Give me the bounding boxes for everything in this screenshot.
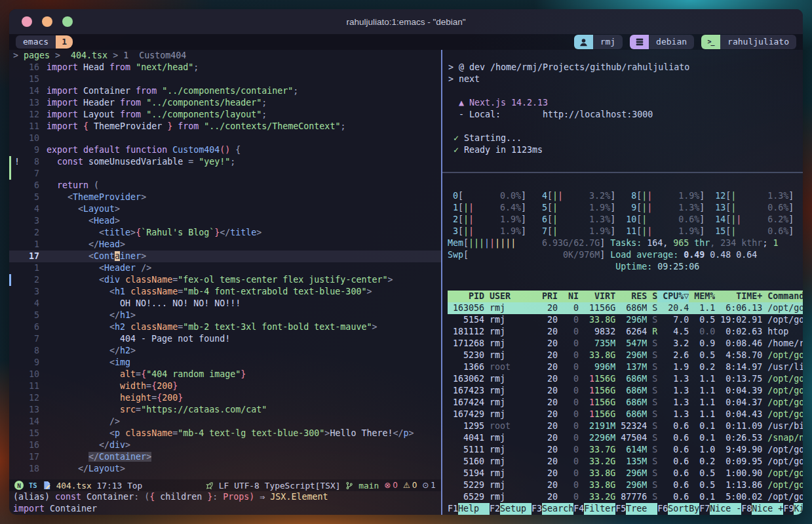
statusline: N TS 404.tsx 17:13 Top LF UTF-8 TypeS xyxy=(9,479,441,491)
process-row[interactable]: 1295root2002191M52324S0.60.10:11.09/usr/… xyxy=(448,420,803,432)
fn-action-help[interactable]: Help xyxy=(458,503,490,515)
code-line[interactable]: 10 alt={"404 random image"} xyxy=(9,369,441,380)
code-line[interactable]: 14 /> xyxy=(9,416,441,428)
column-header-cpu[interactable]: CPU%▽ xyxy=(657,291,689,302)
fn-action-nice -[interactable]: Nice - xyxy=(710,503,741,515)
code-line[interactable]: 17 </Container> xyxy=(9,451,441,463)
gutter-bar xyxy=(9,191,11,203)
code-line[interactable]: 18 </Layout> xyxy=(9,463,441,475)
code-line[interactable]: 5 <ThemeProvider> xyxy=(9,191,441,203)
line-number: 17 xyxy=(21,451,47,463)
process-row[interactable]: 163056rmj2001156G686MS20.41.16:06.13/opt… xyxy=(448,302,803,314)
status-pill-host[interactable]: debian xyxy=(630,35,694,49)
code-line[interactable]: 1 <Header /> xyxy=(9,262,441,274)
code-line[interactable]: 6 <h2 className="mb-2 text-3xl font-bold… xyxy=(9,321,441,333)
code-line[interactable]: 9export default function Custom404() { xyxy=(9,144,441,156)
code-line[interactable]: 8 </h2> xyxy=(9,345,441,357)
code-line[interactable]: 15 <p className="mb-4 text-lg text-blue-… xyxy=(9,428,441,439)
gutter-bar xyxy=(9,428,11,439)
git-change-marker xyxy=(9,168,11,180)
code-line[interactable]: 7 404 - Page not found! xyxy=(9,333,441,345)
rocket-icon xyxy=(205,481,214,490)
fn-action-filter[interactable]: Filter xyxy=(584,503,615,515)
code-line[interactable]: 4 <Layout> xyxy=(9,203,441,215)
editor[interactable]: 16import Head from "next/head";1514impor… xyxy=(9,62,441,479)
fn-action-ki[interactable]: Ki xyxy=(794,503,803,515)
fn-action-tree[interactable]: Tree xyxy=(626,503,657,515)
code-line[interactable]: 12import Layout from "../components/layo… xyxy=(9,109,441,121)
process-row[interactable]: 4041rmj2002296M47504S0.60.10:26.53/snap/… xyxy=(448,432,803,444)
terminal-line: ✓ Ready in 1123ms xyxy=(448,144,803,156)
process-row[interactable]: 5230rmj20033.8G296MS2.60.54:58.70/opt/go xyxy=(448,350,803,361)
column-header-cmd[interactable]: Command xyxy=(762,291,803,302)
code-line[interactable]: 13import Header from "../components/head… xyxy=(9,97,441,109)
code-line[interactable]: !8 const someUnusedVariable = "yey!"; xyxy=(9,156,441,168)
fn-action-search[interactable]: Search xyxy=(542,503,573,515)
process-row[interactable]: 167429rmj2001156G686MS1.31.10:04.43/opt/… xyxy=(448,409,803,420)
process-row[interactable]: 5160rmj20033.2G135MS0.60.20:09.95/opt/go xyxy=(448,456,803,468)
column-header-pri[interactable]: PRI xyxy=(537,291,558,302)
process-row[interactable]: 5229rmj20033.8G296MS0.60.51:13.86/opt/go xyxy=(448,479,803,491)
process-row[interactable]: 6529rmj20033.2G87776S0.60.15:00.02/opt/g… xyxy=(448,491,803,503)
column-header-res[interactable]: RES xyxy=(615,291,647,302)
column-header-virt[interactable]: VIRT xyxy=(579,291,615,302)
column-header-ni[interactable]: NI xyxy=(558,291,579,302)
gutter-bar xyxy=(9,404,11,416)
code-line[interactable]: 11 width={200} xyxy=(9,380,441,392)
meter: 14[||6.2%] xyxy=(715,214,794,226)
line-number: 1 xyxy=(21,239,47,251)
process-row[interactable]: 167423rmj2001156G686MS1.31.10:04.39/opt/… xyxy=(448,385,803,397)
process-table-header[interactable]: PIDUSERPRINIVIRTRESSCPU%▽MEM%TIME+Comman… xyxy=(448,291,803,302)
line-number: 10 xyxy=(21,369,47,380)
process-row[interactable]: 171268rmj200735M547MS3.20.90:08.46/home/… xyxy=(448,338,803,350)
code-line[interactable]: 4 OH NO!... NO! NO! NO!!! xyxy=(9,298,441,310)
column-header-pid[interactable]: PID xyxy=(448,291,484,302)
code-line[interactable]: 11import { ThemeProvider } from "../cont… xyxy=(9,121,441,132)
code-line[interactable]: 13 src="https://cataas.com/cat" xyxy=(9,404,441,416)
code-line[interactable]: 16import Head from "next/head"; xyxy=(9,62,441,73)
code-line[interactable]: 6 return ( xyxy=(9,180,441,191)
fn-action-setup[interactable]: Setup xyxy=(500,503,532,515)
status-pill-user[interactable]: rmj xyxy=(574,35,623,49)
code-line[interactable]: 14import Container from "../components/c… xyxy=(9,85,441,97)
column-header-time[interactable]: TIME+ xyxy=(715,291,762,302)
code-line[interactable]: 16 </div> xyxy=(9,439,441,451)
column-header-s[interactable]: S xyxy=(647,291,657,302)
code-line[interactable]: 15 xyxy=(9,73,441,85)
dev-server-terminal[interactable]: > @ dev /home/rmj/Projects/github/rahulj… xyxy=(442,50,803,172)
code-line[interactable]: 12 height={200} xyxy=(9,392,441,404)
code-line[interactable]: 17 <Container> xyxy=(9,251,441,262)
process-row[interactable]: 181112rmj20098326264R4.50.00:02.63htop xyxy=(448,326,803,338)
code-line[interactable]: 7 xyxy=(9,168,441,180)
column-header-user[interactable]: USER xyxy=(484,291,537,302)
error-count: 0 xyxy=(393,481,398,490)
gutter-bar xyxy=(9,357,11,369)
htop-pane[interactable]: 0[0.0%]4[||3.2%]8[||1.9%]12[|1.3%]1[||6.… xyxy=(442,173,803,515)
code-line[interactable]: 3 <h1 className="mb-4 font-extrabold tex… xyxy=(9,286,441,298)
gutter-bar xyxy=(9,451,11,463)
fn-action-nice +[interactable]: Nice + xyxy=(752,503,783,515)
gutter-bar xyxy=(9,97,11,109)
sign-column xyxy=(13,333,21,345)
status-pill-session[interactable]: >_ rahuljuliato xyxy=(701,35,796,49)
line-number: 17 xyxy=(21,251,47,262)
process-row[interactable]: 5111rmj20033.7G614MS0.61.09:49.90/opt/go xyxy=(448,444,803,456)
process-row[interactable]: 5194rmj20033.8G296MS0.60.51:00.90/opt/go xyxy=(448,468,803,479)
process-row[interactable]: 163062rmj2001156G686MS1.31.10:13.75/opt/… xyxy=(448,373,803,385)
code-line[interactable]: 9 <img xyxy=(9,357,441,369)
process-row[interactable]: 5154rmj20033.8G296MS7.00.519:02.91/opt/g… xyxy=(448,314,803,326)
code-line[interactable]: 1 </Head> xyxy=(9,239,441,251)
fn-action-sortby[interactable]: SortBy xyxy=(668,503,699,515)
process-row[interactable]: 1366root200996M137MS1.90.28:14.97/usr/li xyxy=(448,361,803,373)
load-average: Load average: 0.49 0.48 0.64 xyxy=(610,249,757,261)
tmux-window-tab-emacs[interactable]: emacs 1 xyxy=(16,35,73,49)
code-line[interactable]: 2 <title>{`Rahul's Blog`}</title> xyxy=(9,227,441,239)
sign-column xyxy=(13,380,21,392)
code-line[interactable]: 2 <div className="fex-ol tems-center fle… xyxy=(9,274,441,286)
user-icon xyxy=(574,35,593,49)
column-header-mem[interactable]: MEM% xyxy=(689,291,715,302)
process-row[interactable]: 167424rmj2001156G686MS1.31.10:04.37/opt/… xyxy=(448,397,803,409)
code-line[interactable]: 10 xyxy=(9,132,441,144)
code-line[interactable]: 3 <Head> xyxy=(9,215,441,227)
code-line[interactable]: 5 </h1> xyxy=(9,310,441,321)
